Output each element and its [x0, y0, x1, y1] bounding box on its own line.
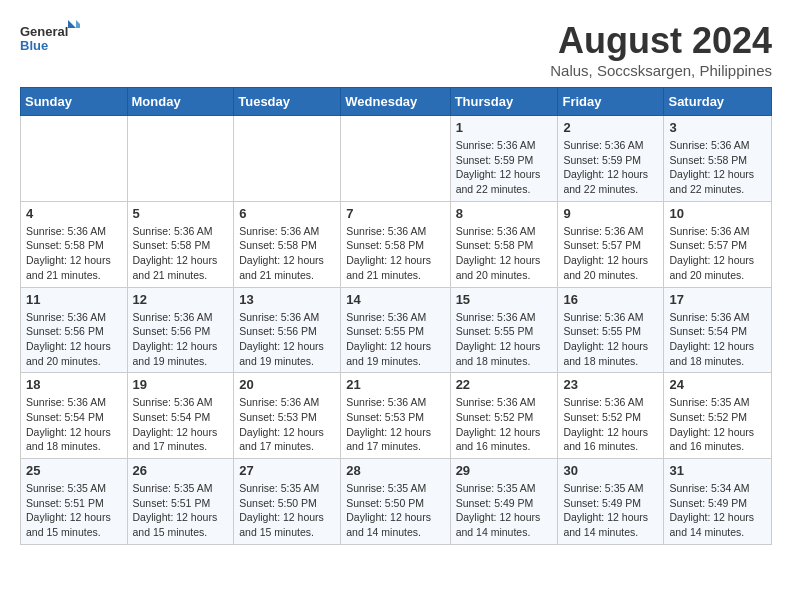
day-info: Sunrise: 5:34 AM Sunset: 5:49 PM Dayligh…: [669, 481, 766, 540]
logo-svg: General Blue: [20, 20, 80, 64]
calendar-day-cell: 23Sunrise: 5:36 AM Sunset: 5:52 PM Dayli…: [558, 373, 664, 459]
day-info: Sunrise: 5:36 AM Sunset: 5:58 PM Dayligh…: [239, 224, 335, 283]
day-info: Sunrise: 5:36 AM Sunset: 5:59 PM Dayligh…: [456, 138, 553, 197]
calendar-table: SundayMondayTuesdayWednesdayThursdayFrid…: [20, 87, 772, 545]
calendar-week-row: 25Sunrise: 5:35 AM Sunset: 5:51 PM Dayli…: [21, 459, 772, 545]
weekday-header: Tuesday: [234, 88, 341, 116]
day-number: 1: [456, 120, 553, 135]
weekday-header: Thursday: [450, 88, 558, 116]
calendar-day-cell: [234, 116, 341, 202]
calendar-day-cell: 28Sunrise: 5:35 AM Sunset: 5:50 PM Dayli…: [341, 459, 450, 545]
day-info: Sunrise: 5:35 AM Sunset: 5:51 PM Dayligh…: [26, 481, 122, 540]
day-number: 20: [239, 377, 335, 392]
day-number: 9: [563, 206, 658, 221]
day-info: Sunrise: 5:36 AM Sunset: 5:58 PM Dayligh…: [133, 224, 229, 283]
calendar-day-cell: 9Sunrise: 5:36 AM Sunset: 5:57 PM Daylig…: [558, 201, 664, 287]
day-info: Sunrise: 5:35 AM Sunset: 5:50 PM Dayligh…: [239, 481, 335, 540]
day-number: 15: [456, 292, 553, 307]
day-number: 3: [669, 120, 766, 135]
svg-text:Blue: Blue: [20, 38, 48, 53]
calendar-day-cell: 19Sunrise: 5:36 AM Sunset: 5:54 PM Dayli…: [127, 373, 234, 459]
calendar-day-cell: 20Sunrise: 5:36 AM Sunset: 5:53 PM Dayli…: [234, 373, 341, 459]
day-info: Sunrise: 5:36 AM Sunset: 5:52 PM Dayligh…: [563, 395, 658, 454]
calendar-week-row: 1Sunrise: 5:36 AM Sunset: 5:59 PM Daylig…: [21, 116, 772, 202]
day-info: Sunrise: 5:36 AM Sunset: 5:56 PM Dayligh…: [26, 310, 122, 369]
day-number: 18: [26, 377, 122, 392]
day-number: 12: [133, 292, 229, 307]
day-info: Sunrise: 5:36 AM Sunset: 5:53 PM Dayligh…: [346, 395, 444, 454]
calendar-day-cell: 3Sunrise: 5:36 AM Sunset: 5:58 PM Daylig…: [664, 116, 772, 202]
calendar-day-cell: 11Sunrise: 5:36 AM Sunset: 5:56 PM Dayli…: [21, 287, 128, 373]
day-info: Sunrise: 5:36 AM Sunset: 5:54 PM Dayligh…: [669, 310, 766, 369]
calendar-day-cell: 26Sunrise: 5:35 AM Sunset: 5:51 PM Dayli…: [127, 459, 234, 545]
day-number: 28: [346, 463, 444, 478]
calendar-day-cell: 8Sunrise: 5:36 AM Sunset: 5:58 PM Daylig…: [450, 201, 558, 287]
page-header: General Blue August 2024 Nalus, Soccsksa…: [20, 20, 772, 79]
calendar-day-cell: 2Sunrise: 5:36 AM Sunset: 5:59 PM Daylig…: [558, 116, 664, 202]
calendar-day-cell: 14Sunrise: 5:36 AM Sunset: 5:55 PM Dayli…: [341, 287, 450, 373]
calendar-day-cell: 7Sunrise: 5:36 AM Sunset: 5:58 PM Daylig…: [341, 201, 450, 287]
day-info: Sunrise: 5:35 AM Sunset: 5:50 PM Dayligh…: [346, 481, 444, 540]
day-number: 10: [669, 206, 766, 221]
day-info: Sunrise: 5:35 AM Sunset: 5:51 PM Dayligh…: [133, 481, 229, 540]
calendar-day-cell: 5Sunrise: 5:36 AM Sunset: 5:58 PM Daylig…: [127, 201, 234, 287]
day-info: Sunrise: 5:36 AM Sunset: 5:58 PM Dayligh…: [346, 224, 444, 283]
calendar-day-cell: 15Sunrise: 5:36 AM Sunset: 5:55 PM Dayli…: [450, 287, 558, 373]
day-info: Sunrise: 5:36 AM Sunset: 5:52 PM Dayligh…: [456, 395, 553, 454]
calendar-day-cell: 21Sunrise: 5:36 AM Sunset: 5:53 PM Dayli…: [341, 373, 450, 459]
day-number: 17: [669, 292, 766, 307]
location-subtitle: Nalus, Soccsksargen, Philippines: [550, 62, 772, 79]
day-number: 30: [563, 463, 658, 478]
day-number: 8: [456, 206, 553, 221]
day-number: 7: [346, 206, 444, 221]
day-info: Sunrise: 5:36 AM Sunset: 5:56 PM Dayligh…: [239, 310, 335, 369]
calendar-week-row: 18Sunrise: 5:36 AM Sunset: 5:54 PM Dayli…: [21, 373, 772, 459]
day-info: Sunrise: 5:35 AM Sunset: 5:49 PM Dayligh…: [456, 481, 553, 540]
calendar-day-cell: 22Sunrise: 5:36 AM Sunset: 5:52 PM Dayli…: [450, 373, 558, 459]
day-number: 6: [239, 206, 335, 221]
calendar-day-cell: 29Sunrise: 5:35 AM Sunset: 5:49 PM Dayli…: [450, 459, 558, 545]
calendar-day-cell: 27Sunrise: 5:35 AM Sunset: 5:50 PM Dayli…: [234, 459, 341, 545]
calendar-day-cell: 13Sunrise: 5:36 AM Sunset: 5:56 PM Dayli…: [234, 287, 341, 373]
day-number: 24: [669, 377, 766, 392]
day-info: Sunrise: 5:36 AM Sunset: 5:54 PM Dayligh…: [26, 395, 122, 454]
calendar-day-cell: 17Sunrise: 5:36 AM Sunset: 5:54 PM Dayli…: [664, 287, 772, 373]
month-year-title: August 2024: [550, 20, 772, 62]
day-info: Sunrise: 5:36 AM Sunset: 5:55 PM Dayligh…: [563, 310, 658, 369]
calendar-week-row: 11Sunrise: 5:36 AM Sunset: 5:56 PM Dayli…: [21, 287, 772, 373]
calendar-week-row: 4Sunrise: 5:36 AM Sunset: 5:58 PM Daylig…: [21, 201, 772, 287]
title-block: August 2024 Nalus, Soccsksargen, Philipp…: [550, 20, 772, 79]
day-info: Sunrise: 5:36 AM Sunset: 5:55 PM Dayligh…: [346, 310, 444, 369]
weekday-header: Sunday: [21, 88, 128, 116]
day-number: 23: [563, 377, 658, 392]
day-info: Sunrise: 5:36 AM Sunset: 5:57 PM Dayligh…: [669, 224, 766, 283]
calendar-header-row: SundayMondayTuesdayWednesdayThursdayFrid…: [21, 88, 772, 116]
weekday-header: Monday: [127, 88, 234, 116]
calendar-day-cell: [21, 116, 128, 202]
logo: General Blue: [20, 20, 80, 64]
weekday-header: Wednesday: [341, 88, 450, 116]
calendar-day-cell: 25Sunrise: 5:35 AM Sunset: 5:51 PM Dayli…: [21, 459, 128, 545]
day-number: 11: [26, 292, 122, 307]
day-info: Sunrise: 5:36 AM Sunset: 5:55 PM Dayligh…: [456, 310, 553, 369]
calendar-day-cell: [127, 116, 234, 202]
svg-marker-3: [76, 20, 80, 28]
day-number: 25: [26, 463, 122, 478]
day-number: 14: [346, 292, 444, 307]
day-number: 2: [563, 120, 658, 135]
weekday-header: Friday: [558, 88, 664, 116]
day-number: 13: [239, 292, 335, 307]
day-number: 21: [346, 377, 444, 392]
weekday-header: Saturday: [664, 88, 772, 116]
calendar-day-cell: 6Sunrise: 5:36 AM Sunset: 5:58 PM Daylig…: [234, 201, 341, 287]
calendar-day-cell: [341, 116, 450, 202]
day-info: Sunrise: 5:36 AM Sunset: 5:56 PM Dayligh…: [133, 310, 229, 369]
day-info: Sunrise: 5:36 AM Sunset: 5:58 PM Dayligh…: [456, 224, 553, 283]
calendar-day-cell: 12Sunrise: 5:36 AM Sunset: 5:56 PM Dayli…: [127, 287, 234, 373]
calendar-day-cell: 30Sunrise: 5:35 AM Sunset: 5:49 PM Dayli…: [558, 459, 664, 545]
calendar-day-cell: 24Sunrise: 5:35 AM Sunset: 5:52 PM Dayli…: [664, 373, 772, 459]
day-number: 16: [563, 292, 658, 307]
day-number: 19: [133, 377, 229, 392]
day-number: 27: [239, 463, 335, 478]
day-info: Sunrise: 5:35 AM Sunset: 5:49 PM Dayligh…: [563, 481, 658, 540]
